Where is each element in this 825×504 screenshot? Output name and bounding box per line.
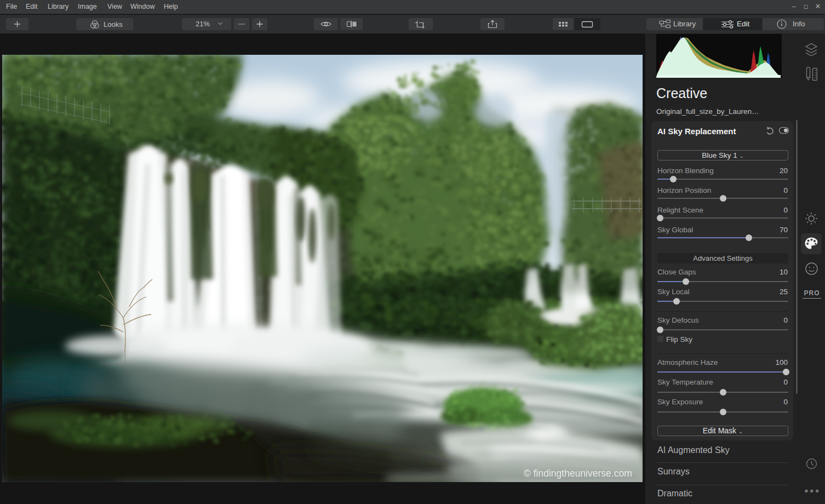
svg-text:© findingtheuniverse.com: © findingtheuniverse.com xyxy=(524,468,632,479)
svg-text:Looks: Looks xyxy=(104,20,123,28)
